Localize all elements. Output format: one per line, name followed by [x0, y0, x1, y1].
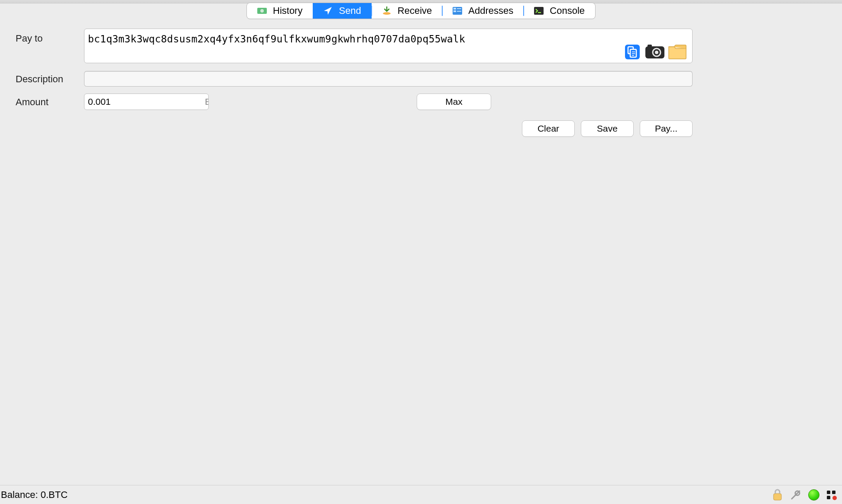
save-button-label: Save [597, 123, 618, 134]
svg-rect-9 [538, 12, 541, 13]
tab-label: Addresses [468, 5, 513, 16]
action-row: Clear Save Pay... [16, 120, 826, 137]
open-file-button[interactable] [667, 43, 688, 61]
console-icon [534, 6, 544, 16]
svg-rect-24 [827, 496, 830, 499]
tab-receive[interactable]: Receive [372, 3, 442, 19]
description-row: Description [16, 71, 826, 87]
clear-button[interactable]: Clear [522, 120, 575, 137]
camera-button[interactable] [644, 43, 665, 61]
action-buttons: Clear Save Pay... [84, 120, 693, 137]
description-input[interactable] [84, 71, 693, 87]
tab-console[interactable]: Console [524, 3, 595, 19]
lock-icon[interactable] [771, 488, 784, 501]
svg-rect-8 [534, 7, 544, 15]
max-button[interactable]: Max [417, 94, 491, 110]
svg-rect-15 [632, 55, 634, 56]
pay-to-value: bc1q3m3k3wqc8dsusm2xq4yfx3n6qf9ulfkxwum9… [88, 32, 465, 45]
amount-label: Amount [16, 96, 84, 108]
spacer [16, 120, 84, 125]
pay-to-field[interactable]: bc1q3m3k3wqc8dsusm2xq4yfx3n6qf9ulfkxwum9… [84, 29, 693, 63]
history-icon [257, 6, 267, 16]
svg-rect-23 [832, 491, 836, 494]
svg-rect-5 [457, 8, 461, 9]
status-bar: Balance: 0.BTC [0, 485, 842, 504]
balance-text: Balance: 0.BTC [0, 489, 68, 501]
tab-addresses[interactable]: Addresses [442, 3, 524, 19]
send-form: Pay to bc1q3m3k3wqc8dsusm2xq4yfx3n6qf9ul… [0, 19, 842, 137]
svg-rect-7 [457, 11, 461, 12]
status-icons [771, 488, 839, 501]
tab-group: History Send Receive Addresses [246, 3, 596, 19]
tab-label: History [273, 5, 302, 16]
save-button[interactable]: Save [581, 120, 634, 137]
pay-to-label: Pay to [16, 29, 84, 44]
tab-bar: History Send Receive Addresses [0, 3, 842, 19]
svg-rect-14 [632, 53, 635, 54]
svg-rect-17 [648, 45, 652, 47]
svg-rect-20 [774, 494, 781, 500]
svg-rect-6 [453, 10, 456, 12]
receive-icon [382, 6, 392, 16]
amount-group: BTC [84, 94, 209, 110]
amount-row: Amount BTC Max [16, 94, 826, 110]
tab-label: Receive [398, 5, 432, 16]
addresses-icon [453, 6, 462, 16]
pay-button[interactable]: Pay... [640, 120, 693, 137]
network-status-icon[interactable] [807, 488, 820, 501]
tab-send[interactable]: Send [313, 3, 371, 19]
svg-point-19 [655, 51, 658, 54]
svg-point-1 [260, 9, 264, 13]
amount-input[interactable] [84, 94, 205, 110]
tools-icon[interactable] [789, 488, 802, 501]
svg-rect-13 [632, 52, 635, 52]
clear-button-label: Clear [538, 123, 559, 134]
description-label: Description [16, 73, 84, 85]
pay-to-toolbar [622, 43, 688, 61]
tab-label: Send [339, 5, 361, 16]
pay-to-row: Pay to bc1q3m3k3wqc8dsusm2xq4yfx3n6qf9ul… [16, 29, 826, 63]
paste-button[interactable] [622, 43, 643, 61]
max-button-label: Max [445, 97, 463, 107]
send-icon [323, 6, 333, 16]
tab-label: Console [550, 5, 585, 16]
tab-history[interactable]: History [247, 3, 313, 19]
svg-point-25 [832, 496, 837, 500]
pay-button-label: Pay... [655, 123, 677, 134]
amount-unit: BTC [205, 97, 209, 107]
seed-icon[interactable] [826, 488, 839, 501]
svg-rect-22 [827, 491, 830, 494]
svg-rect-4 [453, 8, 456, 10]
svg-point-2 [383, 12, 391, 15]
